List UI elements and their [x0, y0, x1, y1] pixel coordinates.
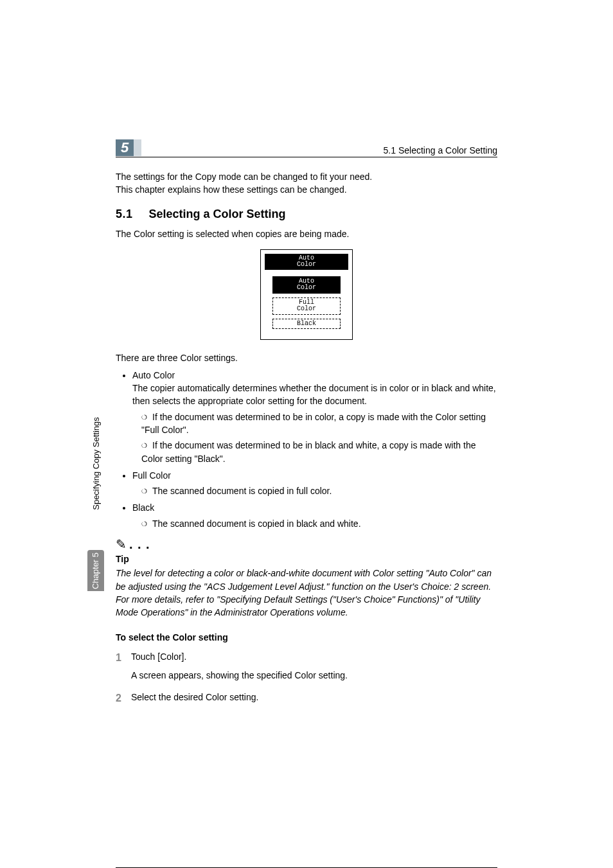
section-lead: The Color setting is selected when copie…: [116, 227, 497, 240]
tip-dots: . . .: [129, 537, 150, 551]
step-2: 2 Select the desired Color setting.: [116, 691, 497, 705]
black-sublist: The scanned document is copied in black …: [116, 517, 497, 530]
black-sub-1: The scanned document is copied in black …: [141, 517, 497, 530]
auto-desc: The copier automatically determines whet…: [132, 383, 496, 406]
side-chapter-title: Specifying Copy Settings: [87, 383, 104, 544]
intro-block: The settings for the Copy mode can be ch…: [116, 170, 497, 197]
chapter-box-accent: [134, 139, 141, 156]
side-tab: Specifying Copy Settings Chapter 5: [87, 379, 104, 591]
lcd-option-black: Black: [272, 319, 341, 330]
lcd-opt1-l2: Color: [297, 284, 316, 291]
step-1: 1 Touch [Color].: [116, 650, 497, 665]
full-sublist: The scanned document is copied in full c…: [116, 484, 497, 497]
three-settings-text: There are three Color settings.: [116, 351, 497, 364]
tip-body: The level for detecting a color or black…: [116, 567, 497, 619]
step-1-follow: A screen appears, showing the specified …: [131, 669, 497, 682]
auto-title: Auto Color: [132, 370, 175, 380]
step-1-number: 1: [116, 650, 131, 665]
lcd-title-l1: Auto: [299, 254, 314, 261]
section-title-text: Selecting a Color Setting: [149, 208, 286, 220]
lcd-opt3: Black: [297, 320, 316, 327]
chapter-number: 5: [121, 139, 129, 156]
chapter-number-box: 5: [116, 139, 134, 156]
side-chapter-label: Chapter 5: [87, 550, 104, 591]
intro-line-2: This chapter explains how these settings…: [116, 183, 497, 196]
auto-sublist: If the document was determined to be in …: [116, 411, 497, 465]
bullet-full: Full Color: [116, 469, 497, 482]
lcd-opt2-l2: Color: [297, 305, 316, 312]
full-title: Full Color: [132, 469, 497, 482]
tip-label: Tip: [116, 553, 497, 565]
header-rule: [116, 157, 497, 157]
full-sub-1: The scanned document is copied in full c…: [141, 484, 497, 497]
auto-sub-1: If the document was determined to be in …: [141, 411, 497, 437]
step-2-body: Select the desired Color setting.: [131, 691, 497, 705]
step-2-number: 2: [116, 691, 131, 705]
lcd-option-auto-color: Auto Color: [272, 276, 341, 294]
lcd-title-l2: Color: [297, 261, 316, 268]
lcd-figure: Auto Color Auto Color Full Color Black: [260, 249, 353, 341]
lcd-option-full-color: Full Color: [272, 297, 341, 315]
header-section-ref: 5.1 Selecting a Color Setting: [384, 145, 497, 155]
side-chapter-label-text: Chapter 5: [91, 552, 101, 589]
tip-block: ✎ . . . Tip The level for detecting a co…: [116, 535, 497, 619]
procedure-title: To select the Color setting: [116, 631, 497, 644]
black-title: Black: [132, 501, 497, 514]
step-1-body: Touch [Color].: [131, 650, 497, 665]
bullet-auto-item: Auto Color The copier automatically dete…: [132, 369, 497, 408]
side-title-text: Specifying Copy Settings: [91, 417, 101, 510]
auto-sub-2: If the document was determined to be in …: [141, 439, 497, 465]
intro-line-1: The settings for the Copy mode can be ch…: [116, 170, 497, 183]
lcd-title: Auto Color: [265, 254, 348, 270]
lcd-opt2-l1: Full: [299, 299, 314, 306]
section-number: 5.1: [116, 208, 133, 220]
bullet-black: Black: [116, 501, 497, 514]
bullet-auto: Auto Color The copier automatically dete…: [116, 369, 497, 408]
lcd-opt1-l1: Auto: [299, 278, 314, 285]
content-area: The settings for the Copy mode can be ch…: [116, 170, 497, 709]
section-heading: 5.1 Selecting a Color Setting: [116, 206, 497, 222]
pencil-icon: ✎: [116, 537, 127, 551]
page: 5 5.1 Selecting a Color Setting Specifyi…: [0, 0, 613, 868]
